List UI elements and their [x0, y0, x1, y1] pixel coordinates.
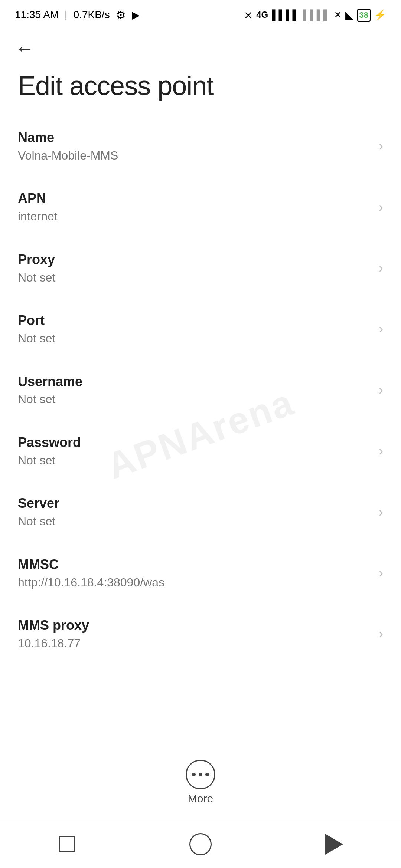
settings-item-port-value: Not set: [18, 331, 373, 346]
back-button[interactable]: ←: [15, 39, 34, 58]
settings-item-mms-proxy-content: MMS proxy 10.16.18.77: [18, 617, 373, 651]
signal-bars-2-icon: ▌▌▌▌: [303, 9, 330, 21]
chevron-right-icon-password: ›: [379, 443, 383, 459]
signal-bars-icon: ▌▌▌▌: [272, 9, 299, 21]
settings-item-password-value: Not set: [18, 453, 373, 468]
more-dot-3: [205, 773, 209, 776]
settings-item-username-content: Username Not set: [18, 373, 373, 407]
battery-icon: 38: [357, 9, 371, 22]
more-button[interactable]: More: [178, 756, 223, 809]
status-left: 11:35 AM | 0.7KB/s ⚙ ▶: [15, 9, 140, 22]
wifi-icon: ◣: [345, 9, 353, 21]
settings-item-server-label: Server: [18, 495, 373, 512]
settings-item-port-content: Port Not set: [18, 312, 373, 346]
chevron-right-icon-mmsc: ›: [379, 565, 383, 581]
settings-item-mmsc-content: MMSC http://10.16.18.4:38090/was: [18, 556, 373, 590]
settings-item-name[interactable]: Name Volna-Mobile-MMS ›: [0, 116, 401, 177]
nav-recent-apps-button[interactable]: [45, 829, 89, 859]
settings-item-port-label: Port: [18, 312, 373, 329]
charging-icon: ⚡: [374, 9, 386, 21]
settings-item-username[interactable]: Username Not set ›: [0, 360, 401, 421]
settings-item-proxy[interactable]: Proxy Not set ›: [0, 238, 401, 299]
settings-item-server[interactable]: Server Not set ›: [0, 481, 401, 542]
status-bar: 11:35 AM | 0.7KB/s ⚙ ▶ ⨯ 4G ▌▌▌▌ ▌▌▌▌ ✕ …: [0, 0, 401, 30]
chevron-right-icon-proxy: ›: [379, 260, 383, 276]
more-dot-2: [199, 773, 202, 776]
settings-item-server-content: Server Not set: [18, 495, 373, 529]
settings-item-mms-proxy-label: MMS proxy: [18, 617, 373, 634]
settings-item-password-label: Password: [18, 434, 373, 451]
settings-item-proxy-value: Not set: [18, 270, 373, 286]
chevron-right-icon-username: ›: [379, 382, 383, 398]
settings-item-apn-content: APN internet: [18, 190, 373, 224]
more-dot-1: [192, 773, 196, 776]
settings-item-password-content: Password Not set: [18, 434, 373, 468]
page-title: Edit access point: [0, 67, 401, 116]
settings-item-username-label: Username: [18, 373, 373, 391]
settings-item-mmsc-value: http://10.16.18.4:38090/was: [18, 575, 373, 591]
settings-item-name-value: Volna-Mobile-MMS: [18, 148, 373, 164]
signal-4g-icon: 4G: [256, 10, 268, 20]
more-label: More: [188, 792, 213, 805]
nav-home-button[interactable]: [178, 829, 223, 859]
settings-item-password[interactable]: Password Not set ›: [0, 421, 401, 481]
settings-list: Name Volna-Mobile-MMS › APN internet › P…: [0, 116, 401, 665]
bluetooth-icon: ⨯: [244, 9, 252, 21]
more-circle-icon: [186, 760, 215, 789]
settings-item-name-label: Name: [18, 129, 373, 147]
signal-x-icon: ✕: [334, 10, 342, 20]
home-icon: [189, 833, 212, 855]
toolbar: ←: [0, 30, 401, 67]
battery-level: 38: [357, 9, 371, 22]
back-icon: [325, 834, 343, 855]
settings-item-mms-proxy-value: 10.16.18.77: [18, 636, 373, 651]
more-dots-icon: [192, 773, 209, 776]
more-section: More: [0, 756, 401, 809]
time-display: 11:35 AM: [15, 9, 59, 21]
settings-item-mmsc-label: MMSC: [18, 556, 373, 573]
nav-back-button[interactable]: [312, 829, 356, 859]
settings-item-apn-value: internet: [18, 209, 373, 224]
chevron-right-icon-server: ›: [379, 504, 383, 520]
nav-bar: [0, 820, 401, 868]
chevron-right-icon-name: ›: [379, 138, 383, 154]
settings-item-name-content: Name Volna-Mobile-MMS: [18, 129, 373, 163]
settings-item-mms-proxy[interactable]: MMS proxy 10.16.18.77 ›: [0, 604, 401, 664]
settings-icon: ⚙: [116, 9, 126, 22]
settings-item-proxy-content: Proxy Not set: [18, 251, 373, 285]
chevron-right-icon-apn: ›: [379, 200, 383, 215]
separator: |: [65, 9, 67, 21]
settings-item-port[interactable]: Port Not set ›: [0, 299, 401, 359]
status-right: ⨯ 4G ▌▌▌▌ ▌▌▌▌ ✕ ◣ 38 ⚡: [244, 9, 386, 22]
settings-item-mmsc[interactable]: MMSC http://10.16.18.4:38090/was ›: [0, 543, 401, 604]
chevron-right-icon-mms-proxy: ›: [379, 626, 383, 642]
settings-item-apn[interactable]: APN internet ›: [0, 177, 401, 237]
settings-item-apn-label: APN: [18, 190, 373, 207]
chevron-right-icon-port: ›: [379, 321, 383, 337]
video-icon: ▶: [132, 9, 140, 21]
recent-apps-icon: [59, 836, 75, 852]
settings-item-server-value: Not set: [18, 514, 373, 529]
network-speed: 0.7KB/s: [74, 9, 110, 21]
settings-item-proxy-label: Proxy: [18, 251, 373, 269]
settings-item-username-value: Not set: [18, 392, 373, 407]
